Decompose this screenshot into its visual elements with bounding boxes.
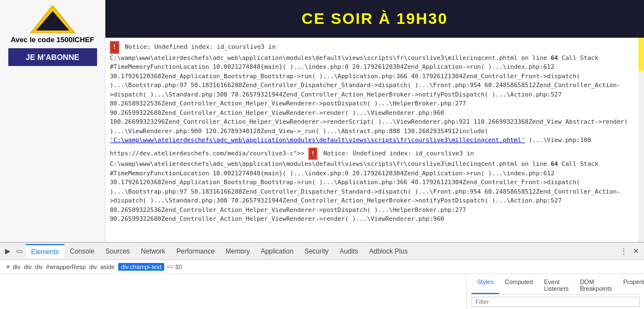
error-block-2: https://dev.atelierdeschefs.com/media/co… — [110, 148, 634, 224]
error-prefix-2: https://dev.atelierdeschefs.com/media/co… — [110, 150, 305, 157]
panel-tab-properties[interactable]: Properties — [617, 276, 644, 294]
panel-tab-dom-breakpoints[interactable]: DOM Breakpoints — [574, 276, 617, 294]
breadcrumb-div3[interactable]: div — [35, 264, 43, 270]
devtools-close-icon[interactable]: ✕ — [630, 245, 642, 257]
devtools-tabs: ▶ ▭ Elements Console Sources Network Per… — [0, 243, 644, 260]
panel-tab-styles[interactable]: Styles — [471, 276, 499, 294]
error-badge-2: ! — [308, 148, 318, 160]
tab-performance[interactable]: Performance — [171, 245, 220, 258]
tab-network[interactable]: Network — [135, 245, 171, 258]
error-text-2: Notice: Undefined index: id_courslive3 i… — [110, 150, 621, 223]
devtools-more-icon[interactable]: ⋮ — [617, 245, 630, 257]
subscribe-button[interactable]: JE M'ABONNE — [8, 48, 97, 66]
panel-tab-computed[interactable]: Computed — [499, 276, 539, 294]
devtools-panel: ▶ ▭ Elements Console Sources Network Per… — [0, 242, 644, 309]
breadcrumb-wrapper[interactable]: #wrapperResp — [46, 264, 86, 270]
dom-equals: == $0 — [166, 264, 182, 270]
sidebar: Avec le code 1500ICHEF JE M'ABONNE — [0, 0, 105, 242]
tab-console[interactable]: Console — [64, 245, 100, 258]
tab-memory[interactable]: Memory — [220, 245, 255, 258]
devtools-inner-panels: Styles Computed Event Listeners DOM Brea… — [0, 274, 644, 309]
tab-application[interactable]: Application — [255, 245, 299, 258]
breadcrumb-aside[interactable]: aside — [100, 264, 115, 270]
tab-audits[interactable]: Audits — [334, 245, 363, 258]
right-scrollbar[interactable] — [638, 38, 644, 242]
right-content: CE SOIR À 19H30 ! Notice: Undefined inde… — [105, 0, 644, 242]
devtools-dom-panel — [0, 274, 466, 309]
error-text-1: Notice: Undefined index: id_courslive3 i… — [110, 43, 628, 135]
promo-text: Avec le code 1500ICHEF — [11, 36, 94, 44]
error-path-1: 'C:\wamp\www\atelierdeschefs\adc_web\app… — [110, 136, 525, 144]
panel-tab-event-listeners[interactable]: Event Listeners — [539, 276, 575, 294]
right-scrollbar-thumb — [638, 38, 644, 71]
breadcrumb-expand-arrow[interactable]: ▼ — [5, 264, 11, 270]
error-badge-1: ! — [110, 41, 119, 54]
breadcrumb-div4[interactable]: div — [89, 264, 97, 270]
devtools-breadcrumb: ▼ div div div #wrapperResp div aside div… — [0, 260, 644, 274]
logo — [28, 6, 78, 33]
breadcrumb-div2[interactable]: div — [24, 264, 32, 270]
breadcrumb-selected[interactable]: div.champi-text — [118, 263, 164, 271]
tab-security[interactable]: Security — [299, 245, 334, 258]
error-log: ! Notice: Undefined index: id_courslive3… — [105, 38, 638, 242]
banner: CE SOIR À 19H30 — [105, 0, 644, 38]
error-text-1b: )...\View.php:108 — [529, 136, 591, 144]
error-block-1: ! Notice: Undefined index: id_courslive3… — [110, 41, 634, 145]
tab-adblock[interactable]: Adblock Plus — [364, 245, 413, 258]
breadcrumb-div1[interactable]: div — [13, 264, 21, 270]
tab-sources[interactable]: Sources — [100, 245, 135, 258]
devtools-mobile-icon[interactable]: ▭ — [13, 245, 26, 257]
devtools-styles-panel: Styles Computed Event Listeners DOM Brea… — [466, 274, 644, 309]
tab-elements[interactable]: Elements — [26, 244, 64, 259]
devtools-cursor-icon[interactable]: ▶ — [2, 245, 13, 257]
right-panel-tabs: Styles Computed Event Listeners DOM Brea… — [471, 276, 640, 295]
filter-input[interactable] — [471, 297, 640, 307]
